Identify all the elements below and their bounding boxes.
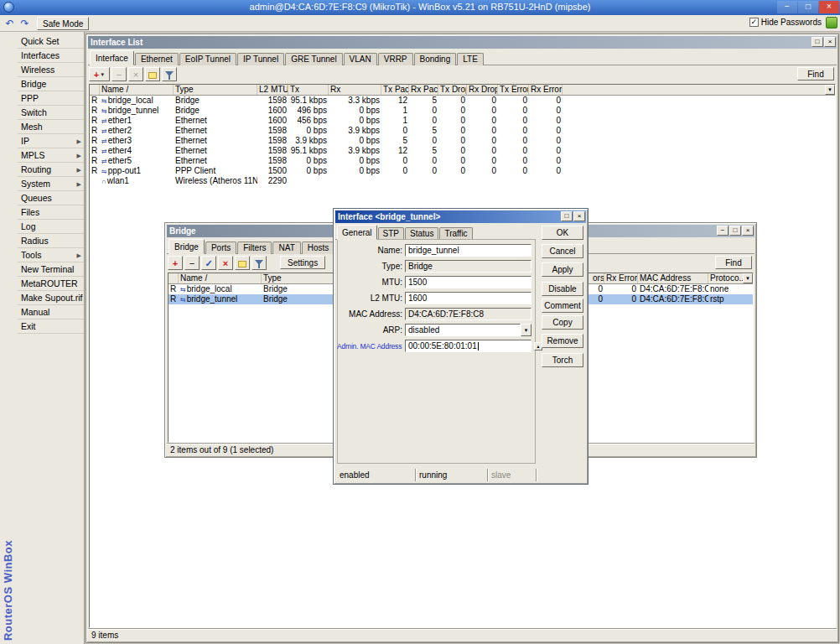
close-button[interactable]: × xyxy=(824,37,836,47)
comment-button[interactable] xyxy=(145,67,160,81)
dialog-tab-traffic[interactable]: Traffic xyxy=(439,227,472,240)
copy-button[interactable]: Copy xyxy=(542,315,583,330)
column-header-mac-address[interactable]: MAC Address xyxy=(638,273,708,283)
sidebar-item-interfaces[interactable]: Interfaces xyxy=(18,49,84,63)
sidebar-item-mesh[interactable]: Mesh xyxy=(18,120,84,134)
interface-row-bridge-local[interactable]: R⇆bridge_localBridge159895.1 kbps3.3 kbp… xyxy=(90,96,835,106)
find-button[interactable]: Find xyxy=(797,67,834,80)
comment-button[interactable]: Comment xyxy=(542,299,583,313)
tab-bonding[interactable]: Bonding xyxy=(414,53,457,65)
apply-button[interactable]: Apply xyxy=(542,262,583,277)
tab-lte[interactable]: LTE xyxy=(457,53,484,65)
interface-row-bridge-tunnel[interactable]: R⇆bridge_tunnelBridge1600496 bps0 bps100… xyxy=(90,106,835,116)
column-header-tx-drops[interactable]: Tx Drops xyxy=(438,85,467,95)
sidebar-item-bridge[interactable]: Bridge xyxy=(18,77,84,91)
close-button[interactable]: × xyxy=(742,226,754,236)
sidebar-item-system[interactable]: System▶ xyxy=(18,177,84,191)
column-header-tx-errors[interactable]: Tx Errors xyxy=(498,85,529,95)
sidebar-item-log[interactable]: Log xyxy=(18,220,84,234)
interface-row-wlan1[interactable]: ∩wlan1Wireless (Atheros 11N)2290 xyxy=(90,176,835,186)
close-button[interactable]: × xyxy=(573,211,585,221)
filter-button[interactable] xyxy=(162,67,177,81)
maximize-button[interactable]: □ xyxy=(798,1,818,13)
comment-button[interactable] xyxy=(235,256,250,270)
interface-row-ether2[interactable]: R⇄ether2Ethernet15980 bps3.9 kbps050000 xyxy=(90,126,835,136)
mtu-input[interactable]: 1500 xyxy=(405,276,531,288)
maximize-button[interactable]: □ xyxy=(561,211,573,221)
redo-button[interactable]: ↷ xyxy=(18,17,32,30)
column-header-rx[interactable]: Rx xyxy=(329,85,381,95)
column-header-l2-mtu[interactable]: L2 MTU xyxy=(257,85,288,95)
dialog-tab-status[interactable]: Status xyxy=(405,227,438,240)
sidebar-item-metarouter[interactable]: MetaROUTER xyxy=(18,277,84,291)
column-header-type[interactable]: Type xyxy=(174,85,257,95)
sidebar-item-routing[interactable]: Routing▶ xyxy=(18,163,84,177)
admin-mac-address-input[interactable]: 00:00:5E:80:01:01 xyxy=(405,340,531,352)
column-header-rx-drops[interactable]: Rx Drops xyxy=(467,85,498,95)
tab-gre-tunnel[interactable]: GRE Tunnel xyxy=(285,53,342,65)
disable-button[interactable]: × xyxy=(128,67,143,81)
sidebar-item-exit[interactable]: Exit xyxy=(18,319,84,334)
safe-mode-button[interactable]: Safe Mode xyxy=(37,17,89,30)
tab-interface[interactable]: Interface xyxy=(90,50,134,65)
sidebar-item-new-terminal[interactable]: New Terminal xyxy=(18,262,84,277)
minimize-button[interactable]: − xyxy=(717,226,729,236)
column-header-rx-errors[interactable]: Rx Errors xyxy=(604,273,638,283)
sidebar-item-mpls[interactable]: MPLS▶ xyxy=(18,148,84,163)
minimize-button[interactable]: − xyxy=(777,1,797,13)
remove-button[interactable]: − xyxy=(111,67,127,81)
interface-row-ether1[interactable]: R⇄ether1Ethernet1600456 bps0 bps100000 xyxy=(90,116,835,126)
tab-ip-tunnel[interactable]: IP Tunnel xyxy=(237,53,284,65)
close-button[interactable]: × xyxy=(819,1,839,13)
remove-button[interactable]: Remove xyxy=(542,334,583,348)
enable-button[interactable]: ✓ xyxy=(201,256,216,270)
sidebar-item-queues[interactable]: Queues xyxy=(18,191,84,205)
dropdown-button[interactable]: ▼ xyxy=(521,324,531,336)
maximize-button[interactable]: □ xyxy=(811,37,823,47)
column-header-type[interactable]: Type xyxy=(262,273,337,283)
dialog-tab-stp[interactable]: STP xyxy=(378,227,404,240)
find-button[interactable]: Find xyxy=(715,256,752,269)
column-selector-button[interactable]: ▼ xyxy=(743,273,753,283)
dialog-titlebar[interactable]: Interface <bridge_tunnel> □ × xyxy=(335,210,586,223)
maximize-button[interactable]: □ xyxy=(729,226,741,236)
disable-button[interactable]: × xyxy=(218,256,233,270)
column-header-rx-pac[interactable]: Rx Pac... xyxy=(409,85,438,95)
column-header-name[interactable]: Name / xyxy=(179,273,262,283)
sidebar-item-ip[interactable]: IP▶ xyxy=(18,134,84,148)
sidebar-item-files[interactable]: Files xyxy=(18,205,84,220)
sidebar-item-radius[interactable]: Radius xyxy=(18,234,84,248)
l2-mtu-input[interactable]: 1600 xyxy=(405,292,531,304)
interface-row-ppp-out1[interactable]: R⇋ppp-out1PPP Client15000 bps0 bps000000 xyxy=(90,166,835,176)
interface-row-ether4[interactable]: R⇄ether4Ethernet159895.1 kbps3.9 kbps125… xyxy=(90,146,835,156)
settings-button[interactable]: Settings xyxy=(280,256,325,269)
bridge-tab-filters[interactable]: Filters xyxy=(237,242,272,254)
interface-row-ether3[interactable]: R⇄ether3Ethernet15983.9 kbps0 bps500000 xyxy=(90,136,835,146)
sidebar-item-switch[interactable]: Switch xyxy=(18,106,84,120)
sidebar-item-quick-set[interactable]: Quick Set xyxy=(18,34,84,49)
column-header-tx-pac[interactable]: Tx Pac... xyxy=(381,85,409,95)
column-header-protoco[interactable]: Protoco... xyxy=(708,273,745,283)
tab-ethernet[interactable]: Ethernet xyxy=(135,53,179,65)
add-button[interactable]: + xyxy=(168,256,183,270)
add-button[interactable]: +▼ xyxy=(89,67,110,81)
ok-button[interactable]: OK xyxy=(542,226,583,240)
bridge-tab-nat[interactable]: NAT xyxy=(272,242,300,254)
disable-button[interactable]: Disable xyxy=(542,282,583,296)
bridge-tab-ports[interactable]: Ports xyxy=(205,242,236,254)
tab-vrrp[interactable]: VRRP xyxy=(378,53,413,65)
name-input[interactable]: bridge_tunnel xyxy=(405,244,531,257)
filter-button[interactable] xyxy=(251,256,267,270)
bridge-tab-bridge[interactable]: Bridge xyxy=(169,239,205,254)
sidebar-item-ppp[interactable]: PPP xyxy=(18,91,84,106)
interface-list-titlebar[interactable]: Interface List □ × xyxy=(88,36,837,49)
sidebar-item-wireless[interactable]: Wireless xyxy=(18,63,84,77)
cancel-button[interactable]: Cancel xyxy=(542,244,583,258)
remove-button[interactable]: − xyxy=(184,256,200,270)
arp-input[interactable]: disabled xyxy=(405,324,521,336)
tab-eoip-tunnel[interactable]: EoIP Tunnel xyxy=(179,53,236,65)
tab-vlan[interactable]: VLAN xyxy=(344,53,377,65)
bridge-tab-hosts[interactable]: Hosts xyxy=(302,242,335,254)
column-header-name[interactable]: Name / xyxy=(100,85,174,95)
column-header-rx-errors[interactable]: Rx Errors xyxy=(529,85,563,95)
